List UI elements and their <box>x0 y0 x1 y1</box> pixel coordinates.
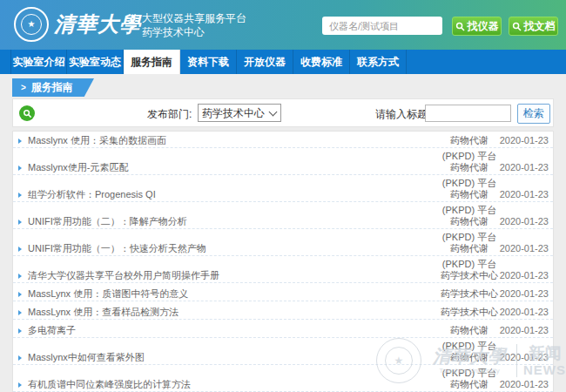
nav-tab-0[interactable]: 实验室介绍 <box>10 50 67 74</box>
center-name: 药学技术中心 <box>142 25 246 39</box>
nav-tab-6[interactable]: 联系方式 <box>350 50 407 74</box>
bullet-icon <box>18 355 22 361</box>
find-document-button[interactable]: 找文档 <box>509 17 558 36</box>
list-item: MassLynx 使用：查看样品检测方法 药学技术中心 2020-01-23 <box>13 305 553 323</box>
bullet-icon <box>18 274 22 279</box>
nav-tab-4[interactable]: 开放仪器 <box>237 50 293 74</box>
breadcrumb[interactable]: > 服务指南 <box>12 78 94 97</box>
row-separator <box>13 301 553 301</box>
retrieve-button[interactable]: 检索 <box>517 104 550 124</box>
magnifier-icon <box>455 22 465 31</box>
main-nav: 实验室介绍 实验室动态 服务指南 资料下载 开放仪器 收费标准 联系方式 <box>0 50 566 74</box>
document-link[interactable]: Masslynx 使用：采集的数据画面 <box>18 135 166 146</box>
list-item: Masslynx使用-元素匹配 药物代谢 (PKPD) 平台 2020-01-2… <box>13 160 553 187</box>
publish-date: 2020-01-23 <box>500 307 549 318</box>
find-instrument-label: 找仪器 <box>468 19 499 34</box>
search-circle-icon <box>19 105 35 121</box>
document-list: Masslynx 使用：采集的数据画面 药物代谢 (PKPD) 平台 2020-… <box>12 131 554 392</box>
document-link[interactable]: Masslynx中如何查看紫外图 <box>18 352 145 363</box>
publish-date: 2020-01-23 <box>500 270 549 281</box>
department-select-wrap: 药学技术中心 <box>198 104 281 122</box>
document-link[interactable]: UNIFI常用功能（二）：降解产物分析 <box>18 216 187 227</box>
nav-tab-1[interactable]: 实验室动态 <box>67 50 124 74</box>
list-item: 清华大学仪器共享平台校外用户简明操作手册 药学技术中心 2020-01-23 <box>13 268 553 287</box>
department-select[interactable]: 药学技术中心 <box>198 104 281 122</box>
row-separator <box>13 282 553 283</box>
list-item: 多电荷离子 药物代谢 (PKPD) 平台 2020-01-23 <box>13 323 553 350</box>
list-item: 组学分析软件：Progenesis QI 药物代谢 (PKPD) 平台 2020… <box>13 187 553 214</box>
chevron-right-icon: > <box>21 82 26 92</box>
document-title: Masslynx中如何查看紫外图 <box>28 351 145 364</box>
document-title: MassLynx 使用：查看样品检测方法 <box>28 306 179 319</box>
bullet-icon <box>18 139 22 144</box>
bullet-icon <box>18 382 22 388</box>
document-title: UNIFI常用功能（二）：降解产物分析 <box>28 215 187 228</box>
bullet-icon <box>18 310 22 315</box>
title-filter-label: 请输入标题: <box>375 107 430 122</box>
list-item: Masslynx 使用：采集的数据画面 药物代谢 (PKPD) 平台 2020-… <box>13 133 553 160</box>
document-title: 组学分析软件：Progenesis QI <box>28 188 156 201</box>
document-link[interactable]: MassLynx 使用：查看样品检测方法 <box>18 307 179 318</box>
publish-date: 2020-01-23 <box>500 288 549 300</box>
find-instrument-button[interactable]: 找仪器 <box>452 17 502 36</box>
list-item: MassLynx 使用：质谱图中符号的意义 药学技术中心 2020-01-23 <box>13 287 553 305</box>
document-link[interactable]: 组学分析软件：Progenesis QI <box>18 189 156 200</box>
document-link[interactable]: Masslynx使用-元素匹配 <box>18 162 129 173</box>
site-header: ★ 清華大學 大型仪器共享服务平台 药学技术中心 找仪器 找文档 <box>0 0 566 50</box>
list-item: 有机质谱中同位素峰强度比的计算方法 药物代谢 (PKPD) 平台 2020-01… <box>13 377 553 392</box>
publish-date: 2020-01-23 <box>500 216 549 227</box>
document-link[interactable]: 有机质谱中同位素峰强度比的计算方法 <box>18 379 191 390</box>
university-name: 清華大學 <box>54 11 141 37</box>
bullet-icon <box>18 193 22 198</box>
site-subtitle: 大型仪器共享服务平台 药学技术中心 <box>142 11 246 39</box>
nav-tab-3[interactable]: 资料下载 <box>180 50 237 74</box>
bullet-icon <box>18 328 22 334</box>
title-filter-input[interactable] <box>425 105 511 122</box>
platform-title: 大型仪器共享服务平台 <box>142 11 246 25</box>
publish-date: 2020-01-23 <box>500 162 549 173</box>
tsinghua-seal-logo: ★ <box>14 7 49 42</box>
bullet-icon <box>18 292 22 297</box>
find-document-label: 找文档 <box>524 19 556 34</box>
document-link[interactable]: 清华大学仪器共享平台校外用户简明操作手册 <box>18 270 219 281</box>
nav-tab-5[interactable]: 收费标准 <box>293 50 350 74</box>
seal-star-icon: ★ <box>21 14 42 35</box>
department-label: 发布部门: <box>147 107 192 122</box>
publish-date: 2020-01-23 <box>500 243 549 254</box>
nav-tab-2[interactable]: 服务指南 <box>124 50 180 74</box>
document-title: Masslynx 使用：采集的数据画面 <box>28 134 166 147</box>
filter-bar: 发布部门: 药学技术中心 请输入标题: 检索 <box>12 98 554 127</box>
document-link[interactable]: UNIFI常用功能（一）：快速分析天然产物 <box>18 243 206 254</box>
bullet-icon <box>18 166 22 171</box>
breadcrumb-label: 服务指南 <box>31 80 73 95</box>
document-title: 清华大学仪器共享平台校外用户简明操作手册 <box>28 269 219 282</box>
list-item: UNIFI常用功能（二）：降解产物分析 药物代谢 (PKPD) 平台 2020-… <box>13 214 553 241</box>
list-item: UNIFI常用功能（一）：快速分析天然产物 药物代谢 (PKPD) 平台 202… <box>13 241 553 268</box>
document-title: UNIFI常用功能（一）：快速分析天然产物 <box>28 242 206 255</box>
publish-date: 2020-01-23 <box>500 189 549 200</box>
bullet-icon <box>18 220 22 225</box>
bullet-icon <box>18 247 22 252</box>
publish-date: 2020-01-23 <box>500 135 549 146</box>
document-title: MassLynx 使用：质谱图中符号的意义 <box>28 287 188 301</box>
publish-date: 2020-01-23 <box>500 325 549 336</box>
document-link[interactable]: 多电荷离子 <box>18 325 76 336</box>
logo-group[interactable]: ★ 清華大學 <box>0 0 139 50</box>
header-search-input[interactable] <box>322 17 442 35</box>
publish-date: 2020-01-23 <box>500 352 549 363</box>
document-link[interactable]: MassLynx 使用：质谱图中符号的意义 <box>18 288 188 300</box>
row-separator <box>13 319 553 320</box>
document-title: 有机质谱中同位素峰强度比的计算方法 <box>28 378 191 391</box>
document-title: Masslynx使用-元素匹配 <box>28 161 129 174</box>
publish-date: 2020-01-23 <box>500 379 549 390</box>
magnifier-icon <box>512 22 522 31</box>
document-title: 多电荷离子 <box>28 324 76 337</box>
list-item: Masslynx中如何查看紫外图 药物代谢 (PKPD) 平台 2020-01-… <box>13 350 553 377</box>
